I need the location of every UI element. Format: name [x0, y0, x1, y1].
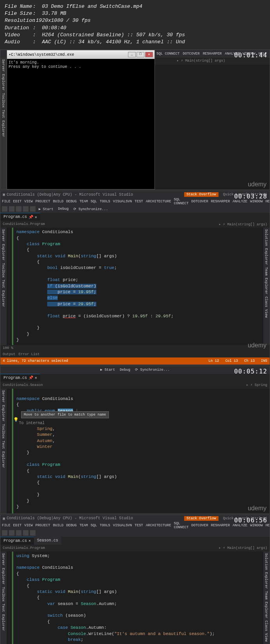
pin-icon[interactable]: 📌 [28, 375, 33, 380]
toolbar-icon[interactable] [16, 530, 21, 536]
pin-icon[interactable]: 📌 [28, 215, 33, 219]
file-metadata: File Name: 03 Demo IfElse and SwitchCase… [0, 0, 270, 49]
cmd-window: ▪ C:\Windows\system32\cmd.exe _ □ ✕ It's… [7, 50, 155, 189]
left-side-tabs[interactable]: Server Explorer Toolbox Test Explorer [0, 389, 7, 513]
editor-tabs: Program.cs ✕ Season.cs [0, 537, 270, 545]
toolbar-icon[interactable] [9, 530, 14, 536]
left-side-tabs[interactable]: Server Explorer Toolbox Test Explorer [0, 552, 7, 644]
vs-logo-icon: ▣ [3, 516, 5, 521]
cmd-title: C:\Windows\system32\cmd.exe [11, 53, 74, 57]
timestamp: 00:05:12 [234, 368, 267, 375]
code-editor[interactable]: namespace Conditionals { class Program {… [13, 228, 263, 345]
tab-program[interactable]: Program.cs 📌 ✕ [0, 374, 40, 382]
vs-titlebar: ▣ Conditionals (Debug|Any CPU) - Microso… [0, 515, 270, 522]
toolbar-icon[interactable] [9, 206, 14, 212]
console-output: It's morning. Press any key to continue … [7, 59, 155, 71]
toolbar-icon[interactable] [2, 206, 7, 212]
minimize-button[interactable]: _ [128, 52, 136, 57]
breadcrumb-nav[interactable]: Conditionals.Program▸ ⚡ Main(string[] ar… [0, 545, 270, 552]
close-icon[interactable]: ✕ [35, 375, 37, 380]
timestamp: 00:01:44 [234, 51, 267, 59]
vs-logo-icon: ▣ [3, 192, 5, 197]
side-tabs[interactable]: Server Explorer Toolbox Test Explorer [0, 58, 7, 189]
editor-tabs: Program.cs 📌 ✕ [0, 213, 270, 221]
right-side-tabs[interactable]: Solution Explorer Team Explorer Class Vi… [263, 228, 270, 345]
start-button[interactable]: ▶ Start [37, 207, 55, 211]
gutter[interactable] [7, 389, 12, 513]
toolbar-icon[interactable] [30, 206, 36, 212]
toolbar-icon[interactable] [16, 206, 21, 212]
screenshot-4: 00:06:56 ▣ Conditionals (Debug|Any CPU) … [0, 515, 270, 644]
udemy-watermark: udemy [248, 181, 266, 188]
vs-output-tabs[interactable]: 100 % [0, 345, 270, 351]
udemy-watermark: udemy [248, 342, 266, 349]
refactor-tooltip[interactable]: Move to another file to match type name [21, 411, 109, 419]
breadcrumb-nav[interactable]: Conditionals.Season▸ ⚡ Spring [0, 382, 270, 389]
stack-overflow-button[interactable]: Stack Overflow [184, 192, 218, 197]
code-editor[interactable]: namespace Conditionals { public enum Sea… [13, 389, 270, 513]
toolbar-icon[interactable] [2, 530, 7, 536]
close-button[interactable]: ✕ [145, 52, 153, 57]
screenshot-3: 00:05:12 ▶ Start Debug ⟳ Synchronize... … [0, 366, 270, 514]
maximize-button[interactable]: □ [137, 52, 144, 57]
vs-toolbar[interactable] [0, 529, 270, 537]
stack-overflow-button[interactable]: Stack Overflow [184, 516, 218, 521]
toolbar-icon[interactable] [30, 530, 36, 536]
debug-config[interactable]: Debug [57, 207, 70, 211]
toolbar-icon[interactable] [23, 530, 28, 536]
code-editor[interactable]: using System; namespace Conditionals { c… [13, 552, 263, 644]
close-icon[interactable]: ✕ [35, 215, 37, 219]
timestamp: 00:06:56 [234, 517, 267, 524]
udemy-watermark: udemy [248, 505, 266, 512]
lightbulb-icon[interactable]: 💡 [13, 417, 19, 423]
vs-toolbar[interactable]: ▶ Start Debug ⟳ Synchronize... [0, 366, 270, 374]
screenshot-1: 00:01:44 Server Explorer Toolbox Test Ex… [0, 50, 270, 190]
tab-program[interactable]: Program.cs 📌 ✕ [0, 213, 40, 221]
vs-toolbar[interactable]: ▶ Start Debug ⟳ Synchronize... [0, 205, 270, 213]
vs-status-bar: 4 lines, 72 characters selected Ln 12Col… [0, 357, 270, 364]
vs-menubar[interactable]: FILEEDITVIEWPROJECTBUILDDEBUGTEAMSQLTOOL… [0, 522, 270, 529]
gutter[interactable] [7, 552, 12, 644]
timestamp: 00:03:28 [234, 193, 267, 200]
breadcrumb-nav[interactable]: Conditionals.Program▸ ⚡ Main(string[] ar… [0, 221, 270, 228]
tab-program[interactable]: Program.cs ✕ [0, 537, 34, 545]
editor-tabs: Program.cs 📌 ✕ [0, 374, 270, 382]
close-icon[interactable]: ✕ [28, 538, 31, 543]
vs-output-tabs2[interactable]: OutputError List [0, 351, 270, 357]
vs-menubar[interactable]: FILEEDITVIEWPROJECTBUILDDEBUGTEAMSQLTOOL… [0, 198, 270, 205]
right-side-tabs[interactable]: Solution Explorer Team Explorer Class Vi… [263, 552, 270, 644]
screenshot-2: 00:03:28 ▣ Conditionals (Debug|Any CPU) … [0, 191, 270, 364]
tab-season[interactable]: Season.cs [34, 537, 61, 545]
gutter[interactable] [7, 228, 12, 345]
vs-titlebar: ▣ Conditionals (Debug|Any CPU) - Microso… [0, 191, 270, 198]
sync-button[interactable]: ⟳ Synchronize... [72, 207, 110, 211]
toolbar-icon[interactable] [23, 206, 28, 212]
left-side-tabs[interactable]: Server Explorer Toolbox Test Explorer [0, 228, 7, 345]
cmd-titlebar[interactable]: ▪ C:\Windows\system32\cmd.exe _ □ ✕ [7, 50, 155, 59]
